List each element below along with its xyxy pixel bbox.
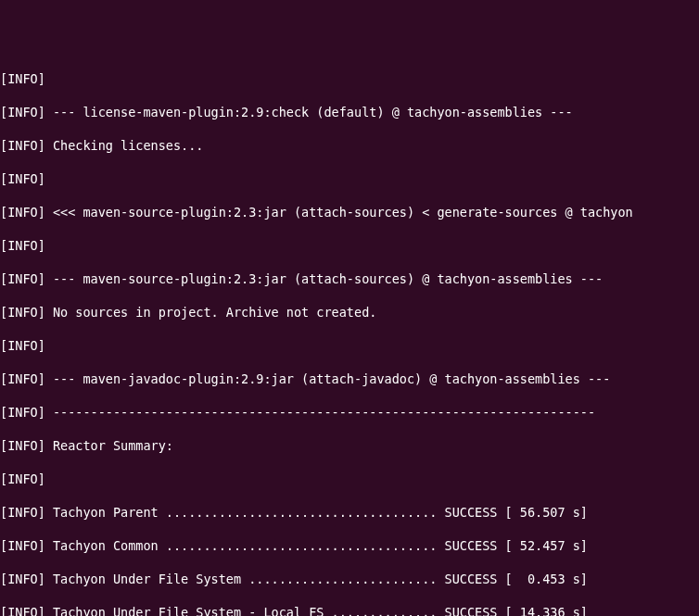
terminal-line: [INFO] (0, 237, 699, 254)
terminal-line: [INFO] Checking licenses... (0, 137, 699, 154)
terminal-line: [INFO] Tachyon Parent ..................… (0, 504, 699, 521)
terminal-line: [INFO] (0, 337, 699, 354)
terminal-line: [INFO] (0, 170, 699, 187)
terminal-line: [INFO] No sources in project. Archive no… (0, 304, 699, 321)
terminal-line: [INFO] --- maven-javadoc-plugin:2.9:jar … (0, 371, 699, 387)
terminal-line: [INFO] Reactor Summary: (0, 437, 699, 454)
terminal-line: [INFO] Tachyon Common ..................… (0, 537, 699, 554)
terminal-line: [INFO] Tachyon Under File System - Local… (0, 604, 699, 616)
terminal-line: [INFO] ---------------------------------… (0, 404, 699, 421)
terminal-line: [INFO] --- license-maven-plugin:2.9:chec… (0, 104, 699, 120)
terminal-line: [INFO] Tachyon Under File System .......… (0, 571, 699, 587)
terminal-line: [INFO] (0, 70, 699, 87)
terminal-line: [INFO] (0, 471, 699, 487)
terminal-line: [INFO] <<< maven-source-plugin:2.3:jar (… (0, 204, 699, 220)
terminal-line: [INFO] --- maven-source-plugin:2.3:jar (… (0, 270, 699, 287)
